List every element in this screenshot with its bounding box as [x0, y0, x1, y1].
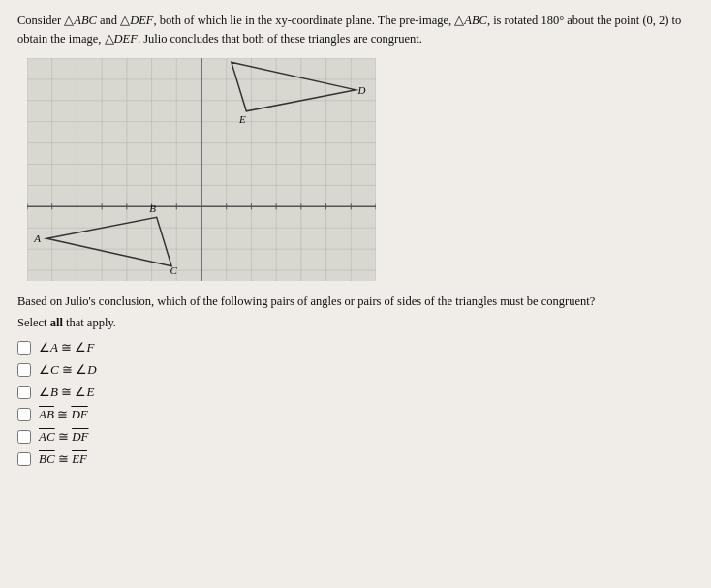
option-6-label[interactable]: BC ≅ EF [39, 451, 87, 467]
option-2: ∠C ≅ ∠D [17, 362, 694, 378]
option-4: AB ≅ DF [17, 407, 694, 422]
checkbox-2[interactable] [17, 363, 31, 377]
checkbox-4[interactable] [17, 408, 31, 421]
option-5: AC ≅ DF [17, 429, 694, 445]
option-6: BC ≅ EF [17, 451, 694, 467]
option-1: ∠A ≅ ∠F [17, 340, 694, 356]
question-text: Based on Julio's conclusion, which of th… [17, 293, 686, 311]
select-all-label: Select all that apply. [17, 316, 694, 330]
checkbox-6[interactable] [17, 452, 31, 466]
option-4-label[interactable]: AB ≅ DF [39, 407, 88, 422]
checkbox-3[interactable] [17, 386, 31, 399]
checkbox-5[interactable] [17, 430, 31, 444]
checkbox-1[interactable] [17, 341, 31, 355]
option-3-label[interactable]: ∠B ≅ ∠E [39, 385, 94, 400]
option-1-label[interactable]: ∠A ≅ ∠F [39, 340, 94, 356]
option-2-label[interactable]: ∠C ≅ ∠D [39, 362, 97, 378]
problem-text: Consider △ABC and △DEF, both of which li… [17, 12, 686, 48]
coordinate-graph [27, 58, 376, 281]
option-5-label[interactable]: AC ≅ DF [39, 429, 88, 445]
option-3: ∠B ≅ ∠E [17, 385, 694, 400]
